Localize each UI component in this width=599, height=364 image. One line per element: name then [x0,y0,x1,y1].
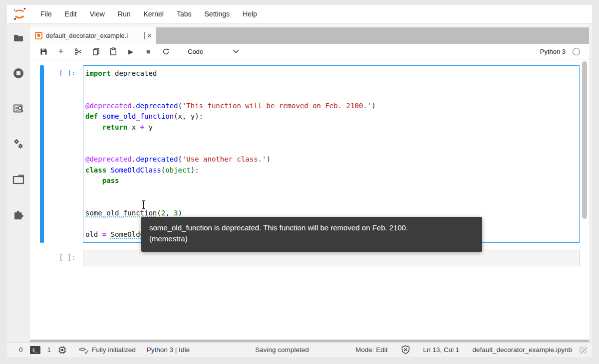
tab-title: default_decorator_example.i [46,32,145,39]
terminal-icon[interactable]: $_ [30,346,40,354]
deprecation-tooltip: some_old_function is deprecated. This fu… [141,217,482,252]
kernel-chip-icon[interactable] [58,346,67,355]
code-line[interactable]: @deprecated.deprecated('Use another clas… [85,154,577,165]
code-line[interactable] [85,79,577,90]
mode-indicator[interactable]: Mode: Edit [355,346,388,354]
tab-bar: default_decorator_example.i × [30,23,589,44]
code-line[interactable]: class SomeOldClass(object): [85,165,577,176]
cell-prompt: [ ]: [59,65,83,243]
menu-run[interactable]: Run [111,7,137,21]
interrupt-kernel-button[interactable]: ■ [142,45,155,57]
notebook-tab[interactable]: default_decorator_example.i × [30,27,156,44]
menu-file[interactable]: File [34,7,58,21]
cell-type-dropdown[interactable]: Code [188,48,203,55]
code-line[interactable] [85,197,577,208]
code-line[interactable]: def some_old_function(x, y): [85,111,577,122]
code-line[interactable] [85,90,577,101]
tab-close-icon[interactable]: × [147,32,152,40]
kernel-name[interactable]: Python 3 [540,48,566,55]
code-line[interactable] [85,133,577,144]
lsp-status[interactable]: <>✓ Fully initialized [79,346,136,355]
copy-button[interactable] [89,45,102,57]
kernel-status-icon [573,48,580,55]
code-line[interactable]: pass [85,176,577,186]
cell-prompt: [ ]: [59,250,83,266]
saving-status: Saving completed [255,346,308,354]
notebook-toolbar: + ▶ ■ Code [30,44,589,59]
lsp-icon: <>✓ [79,346,89,355]
text-cursor-icon [141,200,146,211]
save-button[interactable] [37,45,50,57]
gears-icon[interactable] [12,138,24,150]
lsp-status-label: Fully initialized [92,346,136,354]
menu-edit[interactable]: Edit [58,7,83,21]
left-sidebar [7,23,30,342]
open-tabs-icon[interactable] [12,174,24,185]
code-editor[interactable]: import deprecated @deprecated.deprecated… [83,65,580,243]
jupyterlab-window: File Edit View Run Kernel Tabs Settings … [7,5,592,357]
paste-button[interactable] [107,45,120,57]
menu-help[interactable]: Help [236,7,264,21]
code-line[interactable]: return x + y [85,122,577,133]
resize-grip[interactable] [579,347,587,354]
menu-kernel[interactable]: Kernel [137,7,170,21]
code-cell[interactable]: [ ]: import deprecated @deprecated.depre… [30,65,589,243]
file-browser-icon[interactable] [12,32,24,44]
kernel-status[interactable]: Python 3 | Idle [147,346,190,354]
notebook-panel: [ ]: import deprecated @deprecated.depre… [30,59,589,340]
run-button[interactable]: ▶ [124,45,137,57]
code-line[interactable] [85,144,577,155]
cut-button[interactable] [72,45,85,57]
inspector-icon[interactable] [12,103,24,115]
terminals-count[interactable]: 0 [19,346,23,354]
filename-status: default_decorator_example.ipynb [472,346,572,354]
kernels-count[interactable]: 1 [47,346,51,354]
menu-bar: File Edit View Run Kernel Tabs Settings … [7,5,592,23]
tooltip-source: (memestra) [149,233,474,244]
vertical-scrollbar[interactable] [582,61,587,219]
chevron-down-icon[interactable] [229,45,242,57]
jupyter-logo-icon [12,7,27,21]
status-bar: 0 $_ 1 <>✓ Fully initialized Python 3 | … [7,342,592,357]
empty-code-cell[interactable]: [ ]: [30,250,589,266]
cursor-position[interactable]: Ln 13, Col 1 [423,346,460,354]
tooltip-message: some_old_function is deprecated. This fu… [149,222,474,233]
menu-view[interactable]: View [83,7,111,21]
code-line[interactable]: @deprecated.deprecated('This function wi… [85,101,577,112]
cell-collapser[interactable] [40,250,44,266]
code-lines: import deprecated @deprecated.deprecated… [85,68,577,240]
running-kernels-icon[interactable] [12,67,24,79]
insert-cell-button[interactable]: + [54,45,67,57]
menu-tabs[interactable]: Tabs [170,7,198,21]
notebook-icon [35,32,42,39]
empty-code-editor[interactable] [83,250,580,266]
code-line[interactable] [85,186,577,197]
menu-settings[interactable]: Settings [198,7,237,21]
restart-kernel-button[interactable] [159,45,172,57]
extensions-icon[interactable] [12,209,24,221]
trust-shield-icon[interactable] [401,345,410,355]
cell-collapser[interactable] [40,65,44,243]
code-line[interactable]: import deprecated [85,68,577,79]
